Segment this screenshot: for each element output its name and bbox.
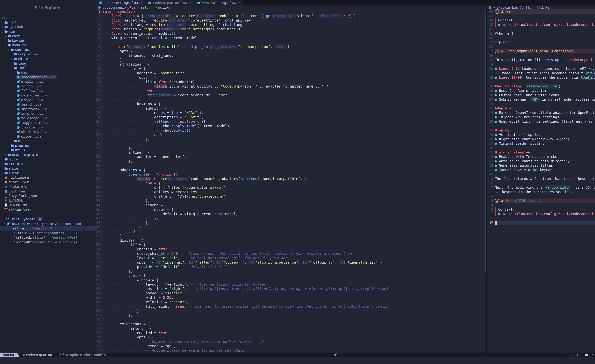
code-token: . <box>264 14 266 18</box>
tab-settings.lua[interactable]: user/settings.lua× <box>194 0 243 6</box>
tree-item-search.lua[interactable]: search.lua <box>0 102 96 107</box>
tree-item-smartyank.lua[interactable]: smartyank.lua <box>0 107 96 111</box>
tree-item-project.lua[interactable]: project.lua <box>0 98 96 102</box>
document-symbols-header[interactable]: ⌄ Document Symbols 4 <box>0 217 96 222</box>
chat-line-content: ● <buf>lua/modules/configs/tool/codecomp… <box>495 22 595 27</box>
tilde-glyph: ~ <box>495 322 497 326</box>
chat-line-content <box>495 181 595 185</box>
tree-item-..[interactable]: /.. <box>0 15 96 20</box>
tree-item-.git[interactable]: ›.git <box>0 20 96 25</box>
tilde-glyph: ~ <box>495 291 497 295</box>
code-token: { <box>148 62 150 66</box>
code-token: { <box>141 238 143 242</box>
folder-icon <box>13 57 17 61</box>
code-token: ( <box>176 80 178 84</box>
tree-item-fzf-lua.lua[interactable]: fzf-lua.lua <box>0 89 96 93</box>
tree-item-.gitignore[interactable]: .gitignore <box>0 175 96 180</box>
tilde-marker <box>487 282 495 287</box>
tree-item-core[interactable]: ›core <box>0 34 96 38</box>
code-token: [3] <box>216 260 223 265</box>
tree-item-editor[interactable]: ›editor <box>0 57 96 61</box>
code-line-body: ··· ··· ··· ··· ··· relative = "editor", <box>101 300 486 304</box>
tree-item-snips[interactable]: ›snips <box>0 166 96 171</box>
line-number: 57 <box>96 260 101 265</box>
tab-close-icon[interactable]: × <box>238 1 240 5</box>
code-token: end <box>128 230 135 234</box>
tab-settings.lua[interactable]: core/settings.lua× <box>96 0 145 6</box>
breadcrumb-separator-icon: › <box>137 6 139 9</box>
code-token: ) <box>193 80 195 84</box>
code-token: ( <box>272 14 275 18</box>
tilde-glyph: ~ <box>495 295 497 300</box>
code-line-body: ··· ··· ··· ··· ··· -- Keymap to open hi… <box>101 339 486 344</box>
code-token: , <box>178 252 180 256</box>
tree-item-init.lua[interactable]: init.lua <box>0 189 96 194</box>
tree-item-dap[interactable]: ›dap <box>0 70 96 75</box>
tab-codecompanion.lua[interactable]: codecompanion.lua× <box>145 0 194 6</box>
tree-item-scripts[interactable]: ›scripts <box>0 162 96 166</box>
line-number: 4 <box>96 27 101 31</box>
tree-item-nixos[interactable]: ›nixos <box>0 157 96 161</box>
tree-item-codecompanion.lua[interactable]: codecompanion.lua <box>0 75 96 79</box>
tree-item-configs[interactable]: ⌄configs <box>0 48 96 52</box>
symbol-row[interactable]: ├ƒllm llm = function(adapter) [17, 6] <box>0 231 96 235</box>
tree-item-flake.lock[interactable]: flake.lock <box>0 180 96 184</box>
code-token: history <box>128 326 146 330</box>
code-token: -- Keymap to open history from chat buff… <box>146 339 266 344</box>
tree-item-which-key.lua[interactable]: which-key.lua <box>0 130 96 134</box>
tree-item-trouble.lua[interactable]: trouble.lua <box>0 125 96 130</box>
code-token: = <box>156 265 161 269</box>
tree-item-tutor[interactable]: ›tutor <box>0 171 96 175</box>
code-token: , <box>167 247 169 251</box>
tilde-content: ~ <box>495 247 595 251</box>
tree-item-wilder.lua[interactable]: wilder.lua <box>0 134 96 139</box>
chat-line-content: ● Extends OpenAI-compatible adapter for … <box>495 111 595 115</box>
tree-item-README.md[interactable]: README.md <box>0 203 96 207</box>
tree-item-ui[interactable]: ›ui <box>0 139 96 143</box>
code-token: roles <box>137 75 150 80</box>
tree-item-fcitx5.lua[interactable]: fcitx5.lua <box>0 84 96 89</box>
tree-item-dropbar.lua[interactable]: dropbar.lua <box>0 79 96 84</box>
symbol-row[interactable]: ├ƒcallback callback = function(chat) <box>0 235 96 240</box>
code-token: current_model <box>169 36 197 40</box>
code-line-body: ··· ··· extensions = { <box>101 322 486 326</box>
tree-item-stylua.toml[interactable]: [T]stylua.toml <box>0 207 96 212</box>
tree-item-.github[interactable]: ›.github <box>0 25 96 29</box>
code-token: ] <box>176 31 178 35</box>
code-token: window <box>137 278 152 282</box>
scrollbar-thumb[interactable] <box>485 10 486 273</box>
symbol-text: [17, 6] <box>64 231 78 235</box>
code-token: local <box>111 14 124 18</box>
tree-item-modules[interactable]: ⌄modules <box>0 43 96 47</box>
tree-item-nvim-tree.lua[interactable]: nvim-tree.lua <box>0 93 96 98</box>
tree-item-user_template[interactable]: ›user_template <box>0 153 96 157</box>
tree-item-utils[interactable]: ›utils <box>0 148 96 152</box>
symbol-row[interactable]: └ƒopenrouter openrouter = function() <box>0 240 96 244</box>
tree-item-toggleterm.lua[interactable]: toggleterm.lua <box>0 120 96 125</box>
chat-winbar: ✦ Explain Lua Config › {} Me <box>487 6 595 9</box>
tree-item-lang[interactable]: ›lang <box>0 61 96 66</box>
chat-text: ): <box>559 84 563 89</box>
tree-item-sniprun.lua[interactable]: sniprun.lua <box>0 111 96 116</box>
tree-item-lua[interactable]: ⌄lua <box>0 29 96 34</box>
tree-item-LICENSE[interactable]: LICENSE <box>0 198 96 203</box>
code-token: relative <box>146 300 165 304</box>
tree-item-tool[interactable]: ⌄tool <box>0 66 96 70</box>
code-token: "aichat" <box>296 14 313 18</box>
tab-close-icon[interactable]: × <box>140 1 142 5</box>
tree-item-flake.nix[interactable]: flake.nix <box>0 184 96 189</box>
chat-line-content <box>495 27 595 31</box>
chat-line: 32● Lines 10-99: Configures the plugin v… <box>487 75 595 80</box>
tree-item-telescope.lua[interactable]: telescope.lua <box>0 116 96 120</box>
symbol-row[interactable]: └ƒreturn function() [1, 8] <box>0 226 96 231</box>
tree-item-keymap[interactable]: ›keymap <box>0 38 96 43</box>
tilde-content: ~ <box>495 348 595 353</box>
symbol-row[interactable]: └lua/modules/configs/tool/codecompanion. <box>0 222 96 226</box>
code-token: , <box>171 53 174 58</box>
tree-item-lazy-lock.json[interactable]: {}lazy-lock.json <box>0 194 96 198</box>
empty-line: ~ <box>487 273 595 278</box>
tree-item-plugins[interactable]: ›plugins <box>0 143 96 148</box>
tab-arrow-icon: →| <box>570 353 574 357</box>
tab-close-icon[interactable]: × <box>189 1 191 5</box>
tree-item-completion[interactable]: ›completion <box>0 52 96 56</box>
